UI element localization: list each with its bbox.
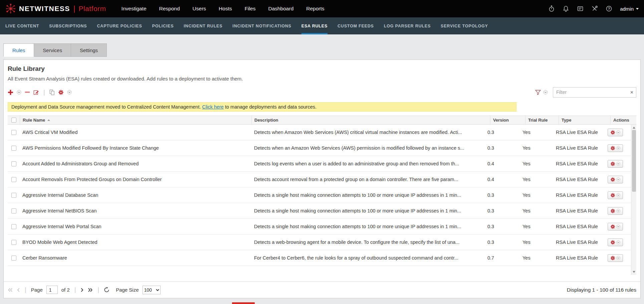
- row-checkbox[interactable]: [11, 130, 16, 135]
- nav-item-users[interactable]: Users: [193, 6, 206, 12]
- duplicate-rule-button[interactable]: [49, 90, 55, 95]
- add-rule-dropdown[interactable]: [17, 90, 21, 95]
- row-checkbox[interactable]: [11, 208, 16, 213]
- scroll-up-icon[interactable]: [633, 127, 635, 129]
- table-header: Rule Name Description Version Trial Rule…: [8, 116, 636, 125]
- tab-services[interactable]: Services: [34, 43, 71, 57]
- column-label: Rule Name: [23, 118, 45, 123]
- rule-settings-dropdown[interactable]: [67, 90, 72, 95]
- rule-settings-button[interactable]: [58, 90, 64, 95]
- filter-clear-icon[interactable]: ✕: [630, 90, 634, 95]
- row-checkbox[interactable]: [11, 256, 16, 261]
- page-of-label: of 2: [61, 287, 70, 293]
- brand[interactable]: NETWITNESS | Platform: [5, 3, 106, 14]
- edit-rule-button[interactable]: [33, 90, 39, 95]
- subnav-item-capture-policies[interactable]: CAPTURE POLICIES: [97, 17, 142, 34]
- table-row[interactable]: Aggressive Internal Database Scan Detect…: [8, 187, 631, 203]
- jobs-timer-icon[interactable]: [548, 5, 555, 12]
- table-row[interactable]: Account Removals From Protected Groups o…: [8, 172, 631, 187]
- row-actions-button[interactable]: [608, 160, 623, 168]
- help-icon[interactable]: ?: [606, 5, 612, 12]
- next-page-button[interactable]: [80, 288, 84, 292]
- row-actions-button[interactable]: [608, 191, 623, 199]
- nav-item-reports[interactable]: Reports: [306, 6, 324, 12]
- chevron-circle-icon: [17, 90, 21, 95]
- subnav-item-incident-rules[interactable]: INCIDENT RULES: [184, 17, 222, 34]
- filter-input[interactable]: [553, 87, 636, 98]
- brand-name: NETWITNESS: [19, 5, 70, 13]
- row-check-cell: [8, 193, 20, 198]
- nav-item-dashboard[interactable]: Dashboard: [268, 6, 293, 12]
- banner-text-before: Deployment and Data Source management mo…: [11, 104, 201, 110]
- previous-page-button[interactable]: [17, 288, 20, 292]
- row-checkbox[interactable]: [11, 177, 16, 182]
- messages-icon[interactable]: [577, 5, 584, 12]
- nav-item-hosts[interactable]: Hosts: [219, 6, 232, 12]
- rule-name: BYOD Mobile Web Agent Detected: [20, 240, 251, 245]
- row-actions-button[interactable]: [608, 129, 623, 136]
- page-number-input[interactable]: [46, 286, 58, 294]
- chevron-circle-icon: [616, 162, 620, 166]
- row-check-cell: [8, 240, 20, 245]
- subnav-item-incident-notifications[interactable]: INCIDENT NOTIFICATIONS: [232, 17, 291, 34]
- select-all-checkbox[interactable]: [11, 118, 16, 123]
- row-checkbox[interactable]: [11, 224, 16, 229]
- notifications-bell-icon[interactable]: [563, 5, 569, 12]
- subnav-item-log-parser-rules[interactable]: LOG PARSER RULES: [384, 17, 431, 34]
- row-actions-button[interactable]: [608, 176, 623, 183]
- nav-item-files[interactable]: Files: [245, 6, 256, 12]
- page-size-select[interactable]: 100: [143, 286, 161, 294]
- row-actions-button[interactable]: [608, 207, 623, 215]
- filter-funnel-button[interactable]: [535, 90, 541, 95]
- last-page-button[interactable]: [87, 288, 93, 292]
- refresh-button[interactable]: [104, 287, 110, 293]
- rules-table: Rule Name Description Version Trial Rule…: [8, 116, 636, 275]
- table-row[interactable]: Account Added to Administrators Group an…: [8, 156, 631, 172]
- column-header-rule-name[interactable]: Rule Name: [20, 116, 251, 124]
- add-rule-button[interactable]: [8, 90, 13, 95]
- filter-dropdown[interactable]: [543, 90, 548, 95]
- column-header-type[interactable]: Type: [559, 116, 610, 124]
- row-checkbox[interactable]: [11, 240, 16, 245]
- row-actions-cell: [605, 191, 631, 199]
- table-row[interactable]: Cerber Ransomware For Cerber4 to Cerber6…: [8, 250, 631, 266]
- chevron-circle-icon: [616, 209, 620, 213]
- row-actions-button[interactable]: [608, 144, 623, 152]
- scroll-down-icon[interactable]: [633, 271, 635, 273]
- subnav-item-esa-rules[interactable]: ESA RULES: [301, 17, 328, 34]
- subnav-item-policies[interactable]: POLICIES: [152, 17, 174, 34]
- rule-description: Detects a single host making connection …: [251, 224, 485, 229]
- table-row[interactable]: Aggressive Internal NetBIOS Scan Detects…: [8, 203, 631, 219]
- nav-item-investigate[interactable]: Investigate: [122, 6, 147, 12]
- table-row[interactable]: AWS Critical VM Modified Detects when Am…: [8, 125, 631, 140]
- column-header-trial-rule[interactable]: Trial Rule: [525, 116, 559, 124]
- tools-icon[interactable]: [591, 5, 598, 12]
- tab-settings[interactable]: Settings: [71, 43, 107, 57]
- banner-click-here-link[interactable]: Click here: [202, 104, 223, 110]
- first-page-button[interactable]: [8, 288, 13, 292]
- column-header-version[interactable]: Version: [490, 116, 525, 124]
- row-checkbox[interactable]: [11, 193, 16, 198]
- row-actions-button[interactable]: [608, 239, 623, 246]
- rule-version: 0.3: [485, 240, 520, 245]
- row-checkbox[interactable]: [11, 146, 16, 151]
- scrollbar-thumb[interactable]: [632, 130, 636, 192]
- user-menu[interactable]: admin: [620, 6, 639, 12]
- table-row[interactable]: Aggressive Internal Web Portal Scan Dete…: [8, 219, 631, 235]
- minus-icon: [25, 90, 30, 95]
- row-actions-button[interactable]: [608, 223, 623, 231]
- row-actions-button[interactable]: [608, 254, 623, 262]
- nav-item-respond[interactable]: Respond: [159, 6, 180, 12]
- tab-rules[interactable]: Rules: [3, 43, 34, 57]
- subnav-item-service-topology[interactable]: SERVICE TOPOLOGY: [441, 17, 488, 34]
- table-scrollbar[interactable]: [631, 125, 636, 275]
- subnav-item-subscriptions[interactable]: SUBSCRIPTIONS: [49, 17, 87, 34]
- column-header-description[interactable]: Description: [251, 116, 490, 124]
- subnav-item-custom-feeds[interactable]: CUSTOM FEEDS: [338, 17, 374, 34]
- delete-rule-button[interactable]: [25, 90, 30, 95]
- table-row[interactable]: AWS Permissions Modified Followed By Ins…: [8, 140, 631, 156]
- rule-type: RSA Live ESA Rule: [553, 240, 605, 245]
- row-checkbox[interactable]: [11, 161, 16, 166]
- table-row[interactable]: BYOD Mobile Web Agent Detected Detects a…: [8, 235, 631, 250]
- subnav-item-live-content[interactable]: LIVE CONTENT: [5, 17, 39, 34]
